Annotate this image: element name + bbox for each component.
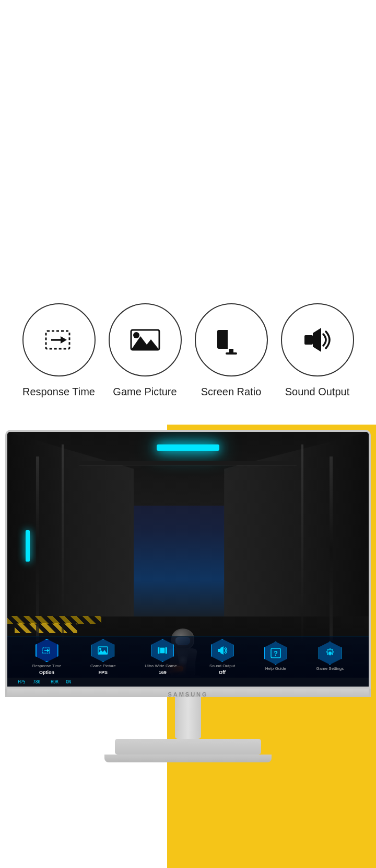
caution-bar-bottom	[7, 616, 101, 624]
status-bar: FPS 780 HDR ON	[7, 678, 369, 687]
monitor-base-bottom	[104, 755, 272, 762]
hud-ultra-wide-sublabel: 169	[159, 670, 167, 675]
monitor-section: Response Time Option Game Picture FPS	[0, 425, 376, 868]
status-fps: FPS 780	[18, 680, 40, 684]
panel-left-1	[36, 456, 39, 641]
response-time-icon	[41, 322, 77, 358]
hud-response-time[interactable]: Response Time Option	[32, 639, 62, 675]
svg-marker-4	[131, 336, 159, 350]
hud-game-picture-sublabel: FPS	[99, 670, 108, 675]
game-character	[159, 545, 206, 629]
game-picture-icon-circle	[109, 303, 182, 376]
svg-rect-8	[229, 349, 233, 353]
monitor-outer: Response Time Option Game Picture FPS	[5, 430, 371, 689]
hud-ultra-wide[interactable]: Ultra Wide Game... 169	[145, 639, 180, 675]
svg-rect-18	[158, 647, 167, 654]
monitor-bezel-bottom: SAMSUNG	[5, 689, 371, 697]
top-spacer	[0, 0, 376, 282]
sound-output-label: Sound Output	[285, 385, 349, 398]
yellow-bottom-accent	[167, 775, 376, 868]
hud-response-time-icon	[36, 639, 58, 662]
svg-text:?: ?	[274, 649, 278, 657]
svg-marker-21	[220, 646, 224, 655]
game-picture-icon	[127, 322, 163, 358]
svg-point-17	[99, 648, 101, 650]
screen-ratio-icon-circle	[195, 303, 268, 376]
monitor-base-top	[115, 739, 261, 755]
status-hdr: HDR ON	[51, 680, 71, 684]
feature-game-picture[interactable]: Game Picture	[104, 303, 185, 398]
hud-response-time-sublabel: Option	[39, 670, 54, 675]
hud-sound-output-icon	[211, 639, 234, 662]
game-picture-label: Game Picture	[113, 385, 177, 398]
hud-help-guide-label: Help Guide	[265, 666, 286, 671]
panel-left-2	[62, 444, 64, 641]
feature-sound-output[interactable]: Sound Output	[277, 303, 358, 398]
hud-sound-output[interactable]: Sound Output Off	[209, 639, 235, 675]
hud-game-picture-icon	[91, 639, 114, 662]
svg-marker-16	[98, 650, 108, 654]
hud-game-settings-icon	[319, 642, 342, 665]
hud-help-guide-icon: ?	[264, 642, 287, 665]
caution-stripes	[15, 623, 77, 633]
accent-light-left	[26, 530, 30, 562]
features-section: Response Time Game Picture	[0, 282, 376, 425]
hud-game-picture-label: Game Picture	[90, 664, 116, 668]
hud-bar: Response Time Option Game Picture FPS	[7, 636, 369, 678]
svg-marker-2	[61, 336, 67, 344]
sound-output-icon	[299, 322, 336, 358]
svg-rect-9	[226, 352, 237, 355]
response-time-icon-circle	[22, 303, 96, 376]
game-scene: Response Time Option Game Picture FPS	[7, 432, 369, 678]
hud-sound-output-sublabel: Off	[219, 670, 226, 675]
svg-point-5	[133, 332, 139, 338]
feature-screen-ratio[interactable]: Screen Ratio	[191, 303, 272, 398]
panel-right-1	[330, 456, 333, 641]
hud-ultra-wide-label: Ultra Wide Game...	[145, 664, 180, 668]
response-time-label: Response Time	[22, 385, 95, 398]
feature-response-time[interactable]: Response Time	[18, 303, 99, 398]
screen-ratio-icon	[213, 322, 250, 358]
svg-rect-10	[304, 335, 313, 345]
hud-game-settings-label: Game Settings	[316, 666, 344, 671]
sound-output-icon-circle	[281, 303, 354, 376]
svg-rect-20	[218, 649, 220, 652]
panel-right-2	[301, 444, 303, 641]
ceiling-beam	[79, 461, 296, 465]
hud-game-picture[interactable]: Game Picture FPS	[90, 639, 116, 675]
accent-light-top	[157, 444, 219, 451]
hud-sound-output-label: Sound Output	[209, 664, 235, 668]
svg-marker-11	[313, 328, 321, 352]
hud-game-settings[interactable]: Game Settings	[316, 642, 344, 672]
svg-rect-7	[228, 330, 245, 349]
screen-ratio-label: Screen Ratio	[201, 385, 262, 398]
monitor-stand-neck	[175, 697, 201, 739]
hud-help-guide[interactable]: ? Help Guide	[264, 642, 287, 672]
monitor-wrapper: Response Time Option Game Picture FPS	[0, 430, 376, 762]
hud-ultra-wide-icon	[151, 639, 174, 662]
hud-response-time-label: Response Time	[32, 664, 62, 668]
